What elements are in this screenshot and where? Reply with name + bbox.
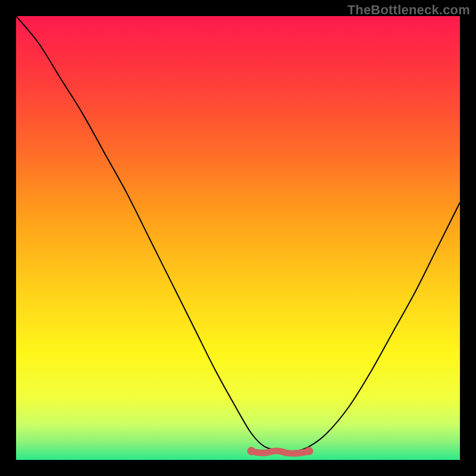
optimal-range-start-dot (247, 447, 255, 455)
chart-frame: TheBottleneck.com (0, 0, 476, 476)
optimal-range-band (251, 451, 309, 453)
optimal-range-end-dot (305, 447, 313, 455)
watermark-text: TheBottleneck.com (347, 2, 470, 18)
bottleneck-chart (0, 0, 476, 476)
plot-background (16, 16, 460, 460)
